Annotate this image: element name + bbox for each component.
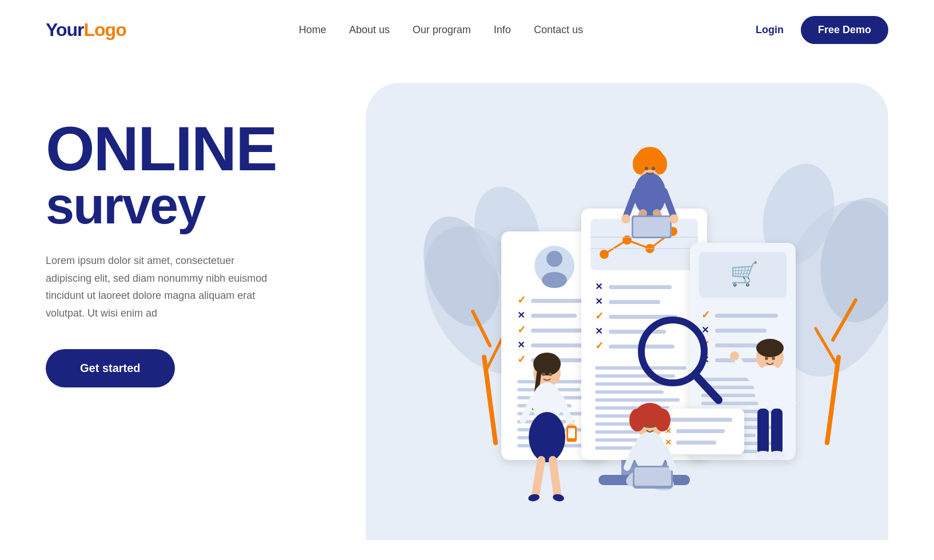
nav-program[interactable]: Our program xyxy=(413,24,471,36)
logo: YourLogo xyxy=(46,19,126,41)
svg-point-141 xyxy=(754,365,786,411)
hero-title-survey: survey xyxy=(46,180,343,231)
svg-point-128 xyxy=(629,409,645,431)
svg-rect-70 xyxy=(715,314,778,318)
hero-illustration: ✓ ✕ ✓ ✕ ✓ xyxy=(366,71,888,540)
svg-point-125 xyxy=(549,373,552,376)
svg-text:✓: ✓ xyxy=(517,324,526,335)
nav-about[interactable]: About us xyxy=(349,24,390,36)
svg-point-124 xyxy=(542,373,545,376)
svg-rect-48 xyxy=(609,300,660,304)
svg-point-106 xyxy=(621,214,630,223)
svg-text:✓: ✓ xyxy=(595,310,604,322)
svg-rect-123 xyxy=(568,428,575,438)
svg-rect-143 xyxy=(771,409,783,454)
svg-rect-92 xyxy=(676,429,725,433)
header-actions: Login Free Demo xyxy=(756,16,888,44)
svg-point-107 xyxy=(669,214,678,223)
svg-rect-72 xyxy=(715,329,767,333)
svg-text:✕: ✕ xyxy=(517,310,525,320)
login-button[interactable]: Login xyxy=(756,24,784,36)
svg-text:✕: ✕ xyxy=(595,297,602,306)
svg-point-138 xyxy=(652,424,655,427)
svg-point-149 xyxy=(765,357,768,360)
svg-point-98 xyxy=(653,154,667,174)
hero-title-online: ONLINE xyxy=(46,117,343,180)
nav-home[interactable]: Home xyxy=(299,24,326,36)
svg-text:✕: ✕ xyxy=(595,282,602,291)
svg-point-109 xyxy=(652,167,655,170)
svg-rect-25 xyxy=(531,343,582,347)
get-started-button[interactable]: Get started xyxy=(46,349,175,387)
svg-text:✓: ✓ xyxy=(517,354,526,365)
svg-point-148 xyxy=(730,351,739,361)
hero-description: Lorem ipsum dolor sit amet, consectetuer… xyxy=(46,252,274,322)
svg-text:✕: ✕ xyxy=(517,340,525,350)
svg-point-114 xyxy=(529,412,565,462)
svg-text:🛒: 🛒 xyxy=(730,260,759,287)
logo-your: Your xyxy=(46,19,84,40)
hero-section: ONLINE survey Lorem ipsum dolor sit amet… xyxy=(0,60,934,560)
svg-rect-103 xyxy=(633,217,670,237)
nav-contact[interactable]: Contact us xyxy=(534,24,583,36)
free-demo-button[interactable]: Free Demo xyxy=(801,16,888,44)
svg-rect-55 xyxy=(595,366,686,370)
svg-text:✓: ✓ xyxy=(517,294,526,306)
hero-left: ONLINE survey Lorem ipsum dolor sit amet… xyxy=(46,71,343,387)
svg-text:✓: ✓ xyxy=(595,340,604,351)
svg-rect-56 xyxy=(595,374,675,378)
logo-logo: Logo xyxy=(84,19,126,40)
main-nav: Home About us Our program Info Contact u… xyxy=(299,24,583,36)
svg-point-150 xyxy=(772,357,775,360)
svg-point-140 xyxy=(756,339,784,357)
svg-rect-94 xyxy=(676,441,716,445)
svg-rect-46 xyxy=(609,285,672,289)
svg-rect-21 xyxy=(531,314,577,318)
svg-rect-80 xyxy=(701,402,759,405)
svg-point-137 xyxy=(645,424,648,427)
svg-point-97 xyxy=(633,154,646,174)
svg-point-145 xyxy=(769,451,785,460)
illustration-svg: ✓ ✕ ✓ ✕ ✓ xyxy=(366,71,888,540)
svg-rect-90 xyxy=(669,418,732,422)
svg-line-116 xyxy=(553,460,557,494)
svg-rect-59 xyxy=(595,398,680,402)
svg-text:✕: ✕ xyxy=(595,326,602,336)
svg-point-129 xyxy=(654,409,670,431)
svg-point-144 xyxy=(755,451,771,460)
svg-text:✓: ✓ xyxy=(701,309,710,321)
header: YourLogo Home About us Our program Info … xyxy=(0,0,934,60)
svg-rect-52 xyxy=(609,330,666,334)
svg-rect-58 xyxy=(595,390,664,394)
svg-rect-134 xyxy=(634,467,671,486)
svg-point-16 xyxy=(546,251,562,267)
nav-info[interactable]: Info xyxy=(494,24,511,36)
svg-point-108 xyxy=(645,167,648,170)
svg-point-99 xyxy=(634,173,666,216)
svg-rect-142 xyxy=(757,409,769,454)
svg-point-17 xyxy=(542,272,567,288)
svg-rect-19 xyxy=(531,299,588,303)
svg-line-115 xyxy=(536,460,541,494)
